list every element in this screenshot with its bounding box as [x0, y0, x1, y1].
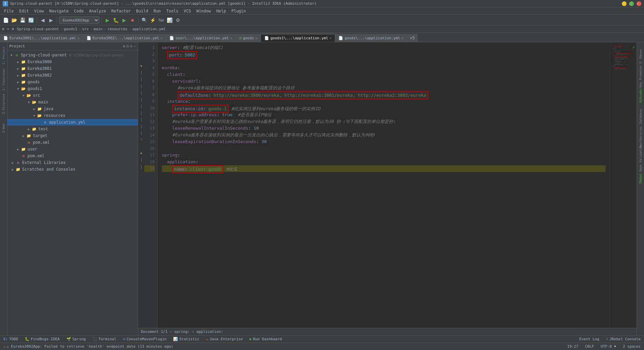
- bottom-tab-java-enterprise[interactable]: ☕ Java Enterprise: [203, 336, 246, 343]
- menu-code[interactable]: Code: [71, 8, 87, 14]
- sidebar-bean-button[interactable]: Bean Validation: [637, 148, 644, 168]
- error-bar-area[interactable]: ⚠ ⚠ Eureka3002App: Failed to retrieve 'h…: [2, 344, 174, 349]
- breadcrumb-part-2[interactable]: goods1: [64, 27, 77, 31]
- status-spaces[interactable]: 2 spaces: [622, 344, 642, 349]
- menu-edit[interactable]: Edit: [16, 8, 32, 14]
- tab-close-1[interactable]: ✕: [77, 36, 79, 40]
- tree-item-main[interactable]: ▼ 📂 main: [7, 99, 138, 105]
- sidebar-database-button[interactable]: Database: [637, 106, 644, 126]
- sidebar-tab-project[interactable]: 1: Project: [0, 44, 7, 67]
- breadcrumb-settings[interactable]: ⚙: [2, 27, 4, 31]
- search-button[interactable]: 🔍: [141, 16, 148, 24]
- file-tab-eureka3001[interactable]: 📄 Eureka3001\...\application.yml ✕: [0, 34, 83, 42]
- tab-close-5[interactable]: ✕: [329, 36, 331, 40]
- sidebar-tab-favorites[interactable]: 2: Favorites: [0, 68, 7, 91]
- file-tab-eureka3002[interactable]: 📄 Eureka3002\...\application.yml ✕: [83, 34, 166, 42]
- tree-item-eureka3001[interactable]: ▶ 📁 Eureka3001: [7, 65, 138, 72]
- tab-close-3[interactable]: ✕: [230, 36, 232, 40]
- breadcrumb-part-3[interactable]: src: [82, 27, 89, 31]
- sidebar-maven-button[interactable]: Maven: [637, 44, 644, 64]
- tree-item-eureka3002[interactable]: ▶ 📁 Eureka3002: [7, 72, 138, 79]
- status-crlf[interactable]: CRLF: [584, 344, 595, 349]
- open-button[interactable]: 📂: [10, 16, 18, 24]
- status-time[interactable]: 19:27: [566, 344, 580, 349]
- close-button[interactable]: ✕: [637, 1, 641, 6]
- bottom-tab-statistic[interactable]: 📊 Statistic: [170, 336, 203, 343]
- panel-settings-button[interactable]: ⚙: [130, 44, 132, 48]
- tree-item-scratches[interactable]: ▶ 📁 Scratches and Consoles: [7, 166, 138, 173]
- tree-item-target[interactable]: ▶ 📁 target: [7, 132, 138, 139]
- stop-button[interactable]: ■: [129, 16, 136, 24]
- breadcrumb-part-1[interactable]: Spring-cloud-parent: [17, 27, 59, 31]
- menu-run[interactable]: Run: [151, 8, 164, 14]
- tail-button[interactable]: Tail: [157, 16, 165, 24]
- breadcrumb-options[interactable]: ≡: [12, 27, 14, 31]
- menu-plugin[interactable]: Plugin: [229, 8, 249, 14]
- bottom-tab-jrebel-console[interactable]: ⚡ JRebel Console: [603, 336, 644, 343]
- sidebar-aixcoder-button[interactable]: AiXcoder: [637, 85, 644, 105]
- bottom-tab-run-dashboard[interactable]: ▶ Run Dashboard: [246, 336, 285, 343]
- menu-navigate[interactable]: Navigate: [47, 8, 71, 14]
- tree-item-application-yml[interactable]: ⚙ application.yml: [7, 119, 138, 126]
- tree-item-user[interactable]: ▶ 📁 user: [7, 146, 138, 152]
- bottom-tab-consolemaven[interactable]: ⚙ ConsoleMavenPlugin: [120, 336, 170, 343]
- breadcrumb-part-6[interactable]: application.yml: [132, 27, 166, 31]
- forward-button[interactable]: ▶: [47, 16, 55, 24]
- menu-build[interactable]: Build: [133, 8, 151, 14]
- code-area[interactable]: server: #配置tomcat的端口 port: 5002 eureka: …: [158, 42, 610, 328]
- menu-analyze[interactable]: Analyze: [86, 8, 109, 14]
- settings-button[interactable]: ⚙: [174, 16, 181, 24]
- menu-file[interactable]: File: [1, 8, 16, 14]
- expand-all-button[interactable]: ⊞: [123, 44, 125, 48]
- tabs-overflow[interactable]: »5: [407, 34, 418, 42]
- new-file-button[interactable]: 📄: [2, 16, 9, 24]
- sidebar-tab-structure[interactable]: Z-Structure: [0, 92, 7, 116]
- file-tab-goods1-active[interactable]: 📄 goods1\...\application.yml ✕: [261, 34, 335, 42]
- collapse-all-button[interactable]: ⊟: [126, 44, 129, 48]
- tree-item-goods[interactable]: ▶ 📁 goods: [7, 79, 138, 85]
- menu-help[interactable]: Help: [214, 8, 229, 14]
- status-encoding[interactable]: UTF-8 ♦: [599, 344, 618, 349]
- coverage-button[interactable]: 📊: [166, 16, 173, 24]
- tree-item-ext-libs[interactable]: ▶ ⊞ External Libraries: [7, 159, 138, 166]
- minimize-button[interactable]: ─: [622, 1, 627, 6]
- sidebar-jrebel-button[interactable]: JRebel: [637, 169, 644, 189]
- tree-item-java[interactable]: ▶ 📁 java: [7, 105, 138, 112]
- tab-close-6[interactable]: ✕: [401, 36, 404, 40]
- tree-item-goods1[interactable]: ▼ 📂 goods1: [7, 85, 138, 92]
- run-config-dropdown[interactable]: Eureka3002App: [59, 16, 99, 24]
- breadcrumb-part-5[interactable]: resources: [107, 27, 127, 31]
- debug-button[interactable]: 🐛: [112, 16, 119, 24]
- breadcrumb-add[interactable]: +: [7, 27, 9, 31]
- tree-item-resources[interactable]: ▼ 📂 resources: [7, 112, 138, 119]
- file-tab-goods-app[interactable]: 📄 goods\...\application.yml ✕: [335, 34, 407, 42]
- breadcrumb-part-4[interactable]: main: [94, 27, 103, 31]
- menu-tools[interactable]: Tools: [164, 8, 181, 14]
- terminal-button[interactable]: ⚡: [149, 16, 156, 24]
- menu-vcs[interactable]: VCS: [181, 8, 194, 14]
- sync-button[interactable]: 🔄: [27, 16, 35, 24]
- tree-item-eureka3000[interactable]: ▶ 📁 Eureka3000: [7, 58, 138, 65]
- run-button[interactable]: ▶: [120, 16, 128, 24]
- tab-close-2[interactable]: ✕: [160, 36, 162, 40]
- bottom-tab-todo[interactable]: 6: TODO: [0, 336, 21, 343]
- tree-item-src[interactable]: ▼ 📂 src: [7, 92, 138, 99]
- menu-refactor[interactable]: Refactor: [109, 8, 133, 14]
- sidebar-tab-web[interactable]: Z-Web: [0, 116, 7, 140]
- menu-view[interactable]: View: [32, 8, 47, 14]
- tree-item-pom-root[interactable]: m pom.xml: [7, 152, 138, 159]
- back-button[interactable]: ◀: [39, 16, 46, 24]
- tree-item-pom-goods1[interactable]: m pom.xml: [7, 139, 138, 146]
- menu-window[interactable]: Window: [194, 8, 213, 14]
- file-tab-goods[interactable]: m goods ✕: [236, 34, 261, 42]
- panel-close-button[interactable]: —: [133, 44, 136, 48]
- maximize-button[interactable]: □: [629, 1, 634, 6]
- save-button[interactable]: 💾: [19, 16, 26, 24]
- file-tab-user[interactable]: 📄 user\...\application.yml ✕: [166, 34, 236, 42]
- bottom-tab-terminal[interactable]: ⬛ Terminal: [89, 336, 120, 343]
- bottom-tab-spring[interactable]: 🌱 Spring: [63, 336, 89, 343]
- tab-close-4[interactable]: ✕: [255, 36, 257, 40]
- bottom-tab-eventlog[interactable]: Event Log: [576, 336, 603, 343]
- sidebar-key-promoter-button[interactable]: Key Promoter X: [637, 64, 644, 85]
- bottom-tab-findbugs[interactable]: 🐛 FindBugs-IDEA: [21, 336, 63, 343]
